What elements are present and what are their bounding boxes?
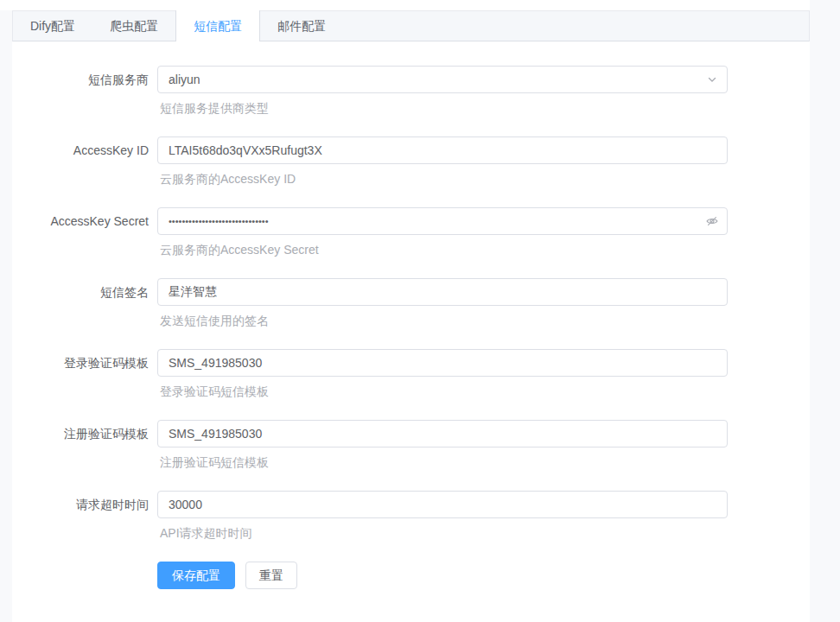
request-timeout-label: 请求超时时间 [12, 491, 157, 518]
accesskey-secret-help: 云服务商的AccessKey Secret [160, 243, 728, 257]
request-timeout-input[interactable] [157, 491, 728, 518]
chevron-down-icon[interactable] [705, 73, 719, 86]
form-item-login-template: 登录验证码模板 登录验证码短信模板 [12, 349, 810, 398]
sms-config-form: 短信服务商 短信服务提供商类型 [12, 41, 810, 589]
form-actions: 保存配置 重置 [157, 562, 810, 589]
sms-signature-label: 短信签名 [12, 278, 157, 306]
sms-provider-help: 短信服务提供商类型 [160, 101, 728, 115]
accesskey-id-help: 云服务商的AccessKey ID [160, 172, 728, 186]
sms-provider-select[interactable] [157, 66, 728, 93]
request-timeout-help: API请求超时时间 [160, 526, 728, 540]
tab-dify-config[interactable]: Dify配置 [13, 11, 92, 41]
register-template-help: 注册验证码短信模板 [160, 455, 728, 469]
reset-button[interactable]: 重置 [245, 562, 297, 589]
form-item-sms-signature: 短信签名 发送短信使用的签名 [12, 278, 810, 327]
save-config-button[interactable]: 保存配置 [157, 562, 235, 589]
eye-off-icon[interactable] [705, 214, 719, 228]
config-tabs-card: Dify配置 爬虫配置 短信配置 邮件配置 短信服务商 [12, 10, 810, 622]
form-item-sms-provider: 短信服务商 短信服务提供商类型 [12, 66, 810, 115]
login-template-input[interactable] [157, 349, 728, 377]
page-background-right [810, 0, 840, 622]
tab-crawler-config[interactable]: 爬虫配置 [92, 11, 175, 41]
tab-mail-config[interactable]: 邮件配置 [260, 11, 343, 41]
sms-provider-label: 短信服务商 [12, 66, 157, 93]
page-background-left [0, 10, 12, 622]
accesskey-id-input[interactable] [157, 136, 728, 164]
form-item-request-timeout: 请求超时时间 API请求超时时间 [12, 491, 810, 540]
settings-page: Dify配置 爬虫配置 短信配置 邮件配置 短信服务商 [0, 0, 840, 622]
register-template-label: 注册验证码模板 [12, 420, 157, 447]
login-template-help: 登录验证码短信模板 [160, 384, 728, 398]
tab-sms-config[interactable]: 短信配置 [175, 10, 260, 41]
sms-signature-help: 发送短信使用的签名 [160, 314, 728, 327]
accesskey-id-label: AccessKey ID [12, 136, 157, 164]
form-item-accesskey-secret: AccessKey Secret [12, 207, 810, 257]
accesskey-secret-input[interactable] [157, 207, 728, 235]
register-template-input[interactable] [157, 420, 728, 447]
sms-signature-input[interactable] [157, 278, 728, 306]
form-item-register-template: 注册验证码模板 注册验证码短信模板 [12, 420, 810, 469]
tab-bar: Dify配置 爬虫配置 短信配置 邮件配置 [12, 10, 810, 41]
login-template-label: 登录验证码模板 [12, 349, 157, 377]
accesskey-secret-label: AccessKey Secret [12, 207, 157, 235]
form-item-accesskey-id: AccessKey ID 云服务商的AccessKey ID [12, 136, 810, 186]
